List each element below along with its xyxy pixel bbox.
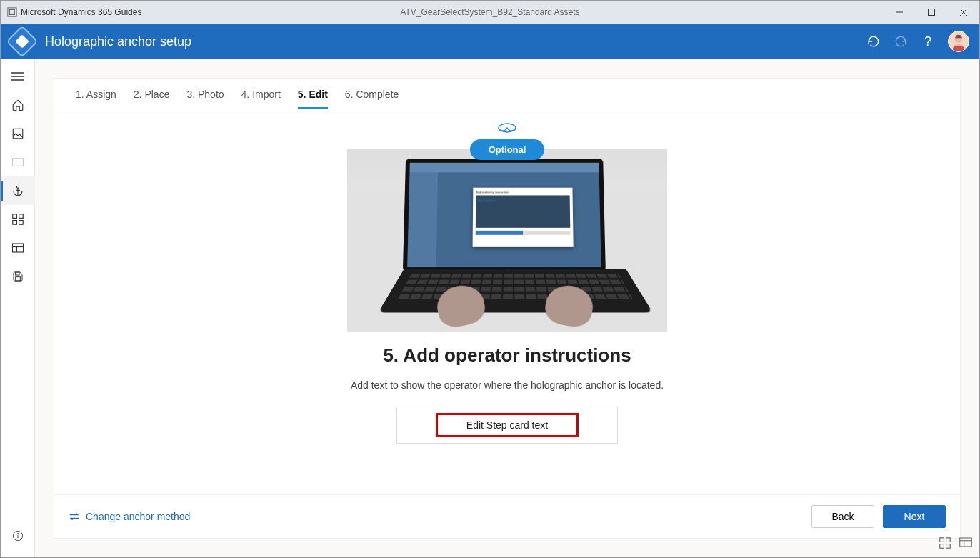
svg-rect-13 (12, 159, 23, 166)
change-anchor-method-link[interactable]: Change anchor method (69, 511, 190, 522)
sidebar-layout-button[interactable] (1, 234, 35, 262)
svg-rect-1 (10, 10, 15, 15)
svg-rect-22 (12, 244, 23, 252)
titlebar: Microsoft Dynamics 365 Guides ATV_GearSe… (1, 1, 979, 24)
svg-rect-34 (946, 544, 951, 549)
change-anchor-label: Change anchor method (86, 511, 190, 522)
step-description: Add text to show the operator where the … (351, 379, 664, 391)
wizard-card: 1. Assign 2. Place 3. Photo 4. Import 5.… (54, 78, 961, 539)
next-button[interactable]: Next (883, 505, 946, 528)
status-grid-icon[interactable] (939, 537, 951, 552)
svg-rect-33 (940, 544, 944, 549)
svg-rect-19 (19, 214, 23, 219)
minimize-button[interactable] (883, 1, 915, 24)
sidebar-menu-button[interactable] (1, 62, 35, 91)
edit-step-card-button[interactable]: Edit Step card text (396, 407, 618, 444)
svg-rect-25 (15, 272, 19, 275)
document-title: ATV_GearSelectSystem_B92_Standard Assets (400, 7, 579, 17)
svg-rect-8 (953, 46, 965, 51)
help-button[interactable]: ? (921, 34, 935, 49)
tab-complete[interactable]: 6. Complete (345, 89, 399, 109)
svg-rect-3 (928, 9, 934, 16)
sidebar-anchor-button[interactable] (1, 176, 35, 205)
dialog-preview-sub: Align Digital Anchor (478, 199, 568, 202)
dialog-preview-title: Add anchoring instructions (476, 191, 569, 194)
edit-button-label: Edit Step card text (466, 419, 548, 431)
svg-rect-18 (12, 214, 16, 219)
svg-rect-21 (19, 221, 23, 225)
page-title: Holographic anchor setup (45, 34, 866, 49)
undo-button[interactable] (866, 34, 881, 49)
app-logo (6, 25, 38, 57)
svg-rect-12 (13, 129, 23, 139)
maximize-button[interactable] (915, 1, 947, 24)
back-button[interactable]: Back (811, 505, 874, 528)
status-layout-icon[interactable] (959, 537, 972, 552)
svg-rect-31 (940, 538, 944, 542)
avatar[interactable] (948, 31, 969, 52)
app-title: Microsoft Dynamics 365 Guides (21, 7, 141, 17)
sidebar-grid-button[interactable] (1, 205, 35, 234)
tab-edit[interactable]: 5. Edit (298, 89, 328, 109)
app-icon (6, 6, 18, 18)
wizard-tabs: 1. Assign 2. Place 3. Photo 4. Import 5.… (54, 79, 960, 109)
sidebar-card-button[interactable] (1, 148, 35, 176)
tab-assign[interactable]: 1. Assign (76, 89, 116, 109)
svg-point-15 (16, 186, 19, 188)
svg-rect-32 (946, 538, 951, 542)
sidebar-info-button[interactable] (1, 522, 35, 550)
sidebar-save-button[interactable] (1, 262, 35, 291)
close-button[interactable] (947, 1, 979, 24)
app-header: Holographic anchor setup ? (1, 24, 979, 59)
svg-rect-20 (12, 221, 16, 225)
svg-point-29 (17, 533, 18, 534)
svg-rect-35 (960, 538, 972, 547)
tab-photo[interactable]: 3. Photo (186, 89, 224, 109)
sidebar-home-button[interactable] (1, 91, 35, 119)
redo-button[interactable] (894, 34, 908, 49)
optional-badge: Optional (470, 139, 545, 160)
illustration: Add anchoring instructions Align Digital… (347, 149, 667, 332)
step-heading: 5. Add operator instructions (383, 344, 631, 367)
tab-place[interactable]: 2. Place (134, 89, 170, 109)
sidebar (1, 59, 35, 557)
svg-rect-0 (8, 8, 16, 16)
hololens-icon (498, 122, 516, 135)
sidebar-image-button[interactable] (1, 119, 35, 148)
highlight-box: Edit Step card text (436, 413, 579, 437)
tab-import[interactable]: 4. Import (241, 89, 281, 109)
svg-rect-26 (15, 277, 20, 281)
